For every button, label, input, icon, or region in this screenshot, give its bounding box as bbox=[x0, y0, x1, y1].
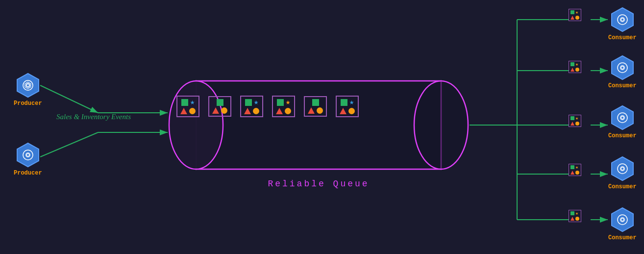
square-shape bbox=[217, 99, 223, 106]
svg-line-2 bbox=[40, 132, 98, 157]
producer-1-node: ⬡ Producer bbox=[14, 73, 42, 107]
consumer-1-node: Consumer bbox=[608, 7, 637, 41]
consumer-3-node: Consumer bbox=[608, 105, 637, 139]
message-3: ★ bbox=[240, 96, 263, 117]
events-label: Sales & Inventory Events bbox=[56, 113, 131, 121]
consumer-3-label: Consumer bbox=[608, 132, 637, 139]
consumer-5-icon bbox=[610, 207, 635, 232]
svg-point-45 bbox=[621, 168, 623, 170]
filter-icon-1: ★ bbox=[569, 9, 581, 21]
queue-container: Reliable Queue bbox=[167, 76, 471, 174]
circle-shape bbox=[285, 108, 291, 114]
consumer-5-label: Consumer bbox=[608, 234, 637, 241]
filter-icon-2: ★ bbox=[569, 61, 581, 73]
triangle-shape bbox=[244, 108, 251, 114]
svg-point-49 bbox=[621, 219, 623, 221]
triangle-shape bbox=[180, 108, 187, 114]
consumer-4-icon bbox=[610, 156, 635, 181]
star-shape: ★ bbox=[349, 99, 354, 106]
consumer-4-label: Consumer bbox=[608, 183, 637, 190]
triangle-shape bbox=[340, 108, 347, 114]
circle-shape bbox=[253, 108, 259, 114]
star-yellow-shape: ★ bbox=[286, 99, 291, 106]
svg-point-37 bbox=[621, 67, 623, 69]
consumer-1-label: Consumer bbox=[608, 34, 637, 41]
queue-label: Reliable Queue bbox=[268, 179, 369, 189]
triangle-shape bbox=[308, 107, 315, 114]
producer-1-icon: ⬡ bbox=[15, 73, 41, 98]
consumer-4-node: Consumer bbox=[608, 156, 637, 190]
square-shape bbox=[277, 99, 284, 106]
filter-icon-5: ★ bbox=[569, 210, 581, 222]
producer-1-label: Producer bbox=[14, 100, 42, 107]
producer-2-label: Producer bbox=[14, 170, 42, 177]
square-shape bbox=[181, 99, 188, 106]
message-6: ★ bbox=[336, 96, 359, 117]
svg-point-41 bbox=[621, 117, 623, 119]
triangle-shape bbox=[212, 107, 219, 114]
square-shape bbox=[341, 99, 347, 106]
square-shape bbox=[245, 99, 252, 106]
queue-svg bbox=[167, 76, 471, 174]
svg-point-20 bbox=[170, 82, 222, 168]
star-shape: ★ bbox=[254, 99, 259, 106]
filter-icon-4: ★ bbox=[569, 164, 581, 176]
messages-row: ★ ★ bbox=[176, 96, 359, 117]
producer-2-icon bbox=[15, 142, 41, 168]
consumer-2-node: Consumer bbox=[608, 55, 637, 89]
svg-point-29 bbox=[27, 154, 29, 156]
circle-shape bbox=[348, 108, 355, 114]
star-shape: ★ bbox=[190, 99, 195, 106]
svg-point-25 bbox=[27, 84, 29, 86]
message-4: ★ bbox=[272, 96, 295, 117]
producer-2-node: Producer bbox=[14, 142, 42, 177]
circle-shape bbox=[317, 107, 323, 114]
consumer-1-icon bbox=[610, 7, 635, 32]
circle-shape bbox=[189, 108, 196, 114]
circle-shape bbox=[221, 107, 227, 114]
message-5 bbox=[304, 96, 327, 117]
filter-icon-3: ★ bbox=[569, 115, 581, 127]
svg-point-33 bbox=[621, 19, 623, 21]
consumer-5-node: Consumer bbox=[608, 207, 637, 241]
message-1: ★ bbox=[176, 96, 199, 117]
square-shape bbox=[312, 99, 319, 106]
consumer-3-icon bbox=[610, 105, 635, 130]
triangle-shape bbox=[276, 108, 283, 114]
svg-line-0 bbox=[40, 85, 98, 113]
svg-rect-17 bbox=[196, 81, 441, 169]
diagram: Reliable Queue ★ bbox=[0, 0, 644, 254]
consumer-2-icon bbox=[610, 55, 635, 80]
svg-point-19 bbox=[414, 81, 468, 169]
message-2 bbox=[208, 96, 231, 117]
consumer-2-label: Consumer bbox=[608, 82, 637, 89]
